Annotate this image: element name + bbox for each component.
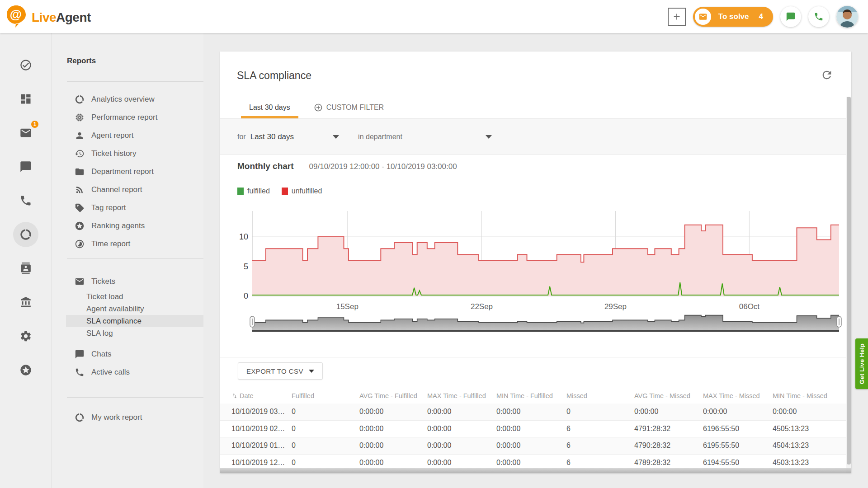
table-row[interactable]: 10/10/2019 02…00:00:000:00:000:00:006479…: [220, 421, 846, 438]
column-header-max-time-fulfilled[interactable]: MAX Time - Fulfilled: [427, 392, 496, 399]
table-cell: 0:00:00: [773, 408, 846, 416]
icon-rail: 1: [0, 33, 52, 488]
top-header: @ LiveAgent To solve 4: [0, 0, 868, 33]
svg-text:5: 5: [244, 262, 248, 271]
table-cell: 0:00:00: [427, 459, 496, 467]
sidebar-item-label: Analytics overview: [91, 95, 155, 104]
column-header-max-time-missed[interactable]: MAX Time - Missed: [703, 392, 773, 399]
rail-tickets-icon[interactable]: 1: [17, 124, 35, 142]
sidebar-item-department-report[interactable]: Department report: [66, 163, 203, 181]
sidebar-item-ticket-load[interactable]: Ticket load: [66, 291, 203, 303]
ticket-history-icon: [74, 148, 85, 160]
sidebar-item-my-work-report[interactable]: My work report: [66, 408, 203, 427]
liveagent-logo-icon: @: [5, 5, 27, 30]
sidebar-item-label: Active calls: [91, 368, 130, 377]
sidebar-item-sla-compliance[interactable]: SLA compliance: [66, 315, 203, 327]
sidebar-item-chats[interactable]: Chats: [66, 345, 203, 363]
tickets-section-icon: [74, 276, 85, 287]
sidebar-item-tag-report[interactable]: Tag report: [66, 199, 203, 217]
export-to-csv-button[interactable]: EXPORT TO CSV: [238, 362, 323, 380]
table-cell: 6195:55:50: [703, 441, 773, 450]
table-cell: 0:00:00: [427, 425, 496, 433]
sidebar-item-label: SLA log: [86, 329, 113, 338]
chevron-down-icon: [486, 135, 492, 139]
column-header-min-time-fulfilled[interactable]: MIN Time - Fulfilled: [496, 392, 566, 399]
svg-text:0: 0: [244, 291, 248, 300]
table-cell: 0: [566, 408, 634, 416]
column-header-avg-time-fulfilled[interactable]: AVG Time - Fulfilled: [359, 392, 427, 399]
sla-area-chart: 051015Sep22Sep29Sep06Oct: [234, 203, 844, 314]
refresh-icon[interactable]: [821, 69, 834, 82]
vertical-scrollbar-thumb[interactable]: [847, 97, 851, 465]
rail-reports-icon[interactable]: [17, 225, 35, 244]
get-live-help-label: Get Live Help: [859, 343, 865, 384]
liveagent-app: @ LiveAgent To solve 4: [0, 0, 868, 488]
to-solve-button[interactable]: To solve 4: [693, 7, 773, 27]
date-range-value: Last 30 days: [250, 132, 294, 141]
get-live-help-button[interactable]: Get Live Help: [855, 338, 868, 389]
table-row[interactable]: 10/10/2019 03…00:00:000:00:000:00:0000:0…: [220, 404, 846, 421]
chart-section-header: Monthly chart 09/10/2019 12:00:00 - 10/1…: [237, 161, 457, 171]
sidebar-item-active-calls[interactable]: Active calls: [66, 363, 203, 381]
tab-custom-filter[interactable]: CUSTOM FILTER: [312, 97, 386, 118]
sidebar-item-time-report[interactable]: Time report: [66, 235, 203, 253]
fulfilled-swatch: [237, 188, 244, 195]
table-cell: 6: [566, 425, 634, 433]
sidebar-item-agent-report[interactable]: Agent report: [66, 127, 203, 145]
chats-header-button[interactable]: [780, 6, 801, 27]
rail-contacts-icon[interactable]: [17, 259, 35, 277]
table-cell: 0: [292, 408, 359, 416]
sidebar-item-analytics-overview[interactable]: Analytics overview: [66, 90, 203, 108]
sidebar-group-my-work: My work report: [66, 408, 203, 427]
column-header-date[interactable]: Date: [231, 392, 292, 399]
sidebar-item-agent-availability[interactable]: Agent availability: [66, 303, 203, 315]
sidebar-item-tickets[interactable]: Tickets: [66, 272, 203, 291]
legend-label: unfulfilled: [292, 187, 322, 195]
rail-gamification-icon[interactable]: [17, 361, 35, 379]
table-cell: 10/10/2019 01…: [231, 441, 292, 450]
chart-range-brush[interactable]: [234, 310, 844, 334]
rail-settings-icon[interactable]: [17, 327, 35, 345]
svg-text:15Sep: 15Sep: [336, 302, 359, 311]
performance-report-icon: [74, 112, 85, 123]
calls-header-button[interactable]: [808, 6, 829, 27]
liveagent-logo-text: LiveAgent: [32, 10, 91, 25]
column-header-avg-time-missed[interactable]: AVG Time - Missed: [634, 392, 703, 399]
date-range-select[interactable]: Last 30 days: [246, 132, 339, 141]
rail-dashboard-icon[interactable]: [17, 90, 35, 108]
table-row[interactable]: 10/10/2019 01…00:00:000:00:000:00:006479…: [220, 437, 846, 455]
column-header-min-time-missed[interactable]: MIN Time - Missed: [773, 392, 846, 399]
sort-icon: [231, 393, 238, 399]
sidebar-item-sla-log[interactable]: SLA log: [66, 327, 203, 339]
department-select[interactable]: in department: [339, 133, 492, 141]
user-avatar[interactable]: [836, 6, 858, 28]
ranking-agents-icon: [74, 220, 85, 232]
horizontal-scrollbar[interactable]: [220, 468, 851, 473]
tickets-badge: 1: [30, 120, 39, 129]
tab-last-30-days[interactable]: Last 30 days: [247, 97, 292, 118]
rail-chats-icon[interactable]: [17, 158, 35, 176]
table-cell: 0:00:00: [427, 441, 496, 450]
sidebar-item-ticket-history[interactable]: Ticket history: [66, 145, 203, 163]
sidebar-item-label: Department report: [91, 167, 154, 176]
rail-tasks-icon[interactable]: [17, 56, 35, 74]
legend-fulfilled: fulfilled: [237, 187, 270, 195]
sidebar-item-performance-report[interactable]: Performance report: [66, 108, 203, 127]
report-tabs: Last 30 days CUSTOM FILTER: [247, 97, 386, 118]
column-header-missed[interactable]: Missed: [566, 392, 634, 399]
table-cell: 0:00:00: [427, 408, 496, 416]
sidebar-item-ranking-agents[interactable]: Ranking agents: [66, 217, 203, 235]
liveagent-logo[interactable]: @ LiveAgent: [5, 5, 91, 30]
rail-company-icon[interactable]: [17, 293, 35, 311]
rail-calls-icon[interactable]: [17, 192, 35, 210]
add-new-button[interactable]: [668, 8, 686, 26]
table-cell: 0:00:00: [496, 408, 566, 416]
column-header-fulfilled[interactable]: Fulfilled: [292, 392, 359, 399]
table-cell: 4789:28:32: [634, 459, 703, 467]
svg-text:@: @: [10, 8, 22, 21]
sidebar-title: Reports: [67, 56, 96, 66]
sidebar-item-label: Tag report: [91, 203, 126, 212]
vertical-scrollbar[interactable]: [846, 97, 851, 473]
sidebar-item-channel-report[interactable]: Channel report: [66, 181, 203, 199]
section-divider: [220, 357, 851, 357]
